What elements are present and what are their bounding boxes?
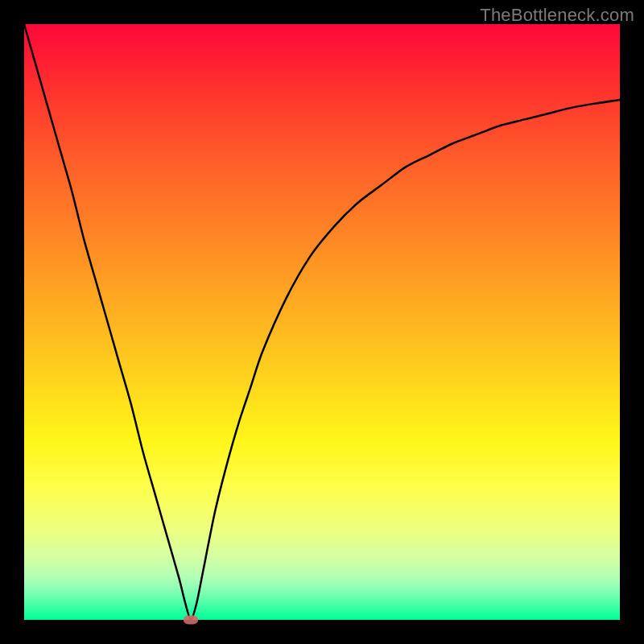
optimum-marker — [184, 616, 198, 625]
chart-frame: TheBottleneck.com — [0, 0, 644, 644]
bottleneck-curve — [24, 24, 620, 620]
chart-plot-area — [24, 24, 620, 620]
watermark-text: TheBottleneck.com — [480, 5, 634, 26]
